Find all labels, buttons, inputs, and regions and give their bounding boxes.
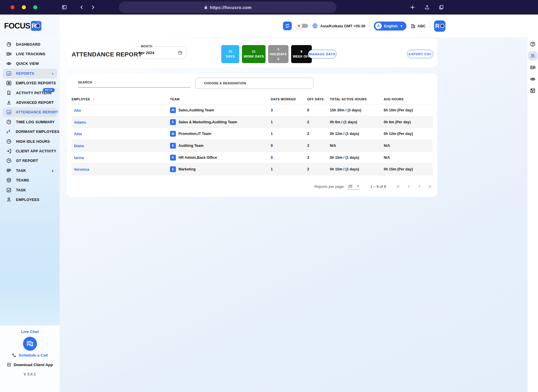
download-client-app-link[interactable]: Download Client App [0, 362, 60, 367]
table-row[interactable]: Adams ESales & Marketting,Auditing Team … [72, 116, 433, 128]
previous-page-button[interactable] [405, 183, 412, 190]
svg-text:z: z [7, 131, 8, 134]
sidebar-item-teams[interactable]: TEAMS › [3, 175, 57, 185]
sidebar-item-activity-pattern[interactable]: ACTIVITY PATTERN BETA › [3, 88, 57, 98]
sort-ascending-icon: ↑ [93, 97, 95, 101]
organization-selector[interactable]: ABC [410, 23, 426, 28]
svg-text:Z: Z [8, 129, 10, 132]
role-badge: E [170, 119, 176, 125]
videocam-icon [530, 65, 536, 70]
sidebar-item-task[interactable]: TASK › [3, 185, 57, 195]
address-bar[interactable]: https://focusro.com [119, 1, 337, 13]
download-app-icon [7, 362, 11, 367]
schedule-call-label: Schedule a Call [19, 353, 48, 357]
sidebar-item-quick-view[interactable]: QUICK VIEW › [3, 59, 57, 69]
stat-card-21-work-days: 21WORK DAYS [242, 45, 266, 63]
share-icon[interactable] [423, 3, 431, 12]
column-team[interactable]: TEAM [170, 97, 271, 101]
timezone-display[interactable]: Asia/Kolkata GMT +05:30 [312, 23, 365, 29]
stat-card-30-days: 30DAYS [221, 45, 239, 63]
off-days-cell: 2 [307, 120, 330, 124]
app-logo[interactable]: FOCUS R [4, 21, 41, 31]
employee-link[interactable]: Adams [74, 120, 86, 124]
app-header: Asia/Kolkata GMT +05:30 A English ▼ ABC … [60, 15, 538, 37]
rail-people-button[interactable] [528, 51, 537, 60]
refresh-button[interactable] [283, 22, 292, 30]
employee-link[interactable]: farina [74, 156, 84, 160]
live-chat-button[interactable] [23, 337, 37, 351]
zz-icon: zZ [6, 129, 12, 135]
next-page-button[interactable] [416, 183, 423, 190]
new-tab-icon[interactable] [408, 3, 417, 12]
search-label: SEARCH [78, 81, 190, 84]
month-picker[interactable]: MONTH Apr 2024 [134, 47, 186, 59]
sidebar-item-dashboard[interactable]: DASHBOARD › [3, 40, 57, 49]
sidebar-item-dormant-employees[interactable]: zZ DORMANT EMPLOYEES › [3, 127, 57, 137]
role-badge: E [170, 155, 176, 161]
column-employee[interactable]: EMPLOYEE↑ [72, 97, 170, 101]
sidebar-item-reports[interactable]: REPORTS › [3, 69, 57, 78]
schedule-call-link[interactable]: Schedule a Call [0, 353, 60, 357]
employee-link[interactable]: Aba [74, 108, 81, 113]
report-table-card: SEARCH CHOOSE A DESIGNATION EMPLOYEE↑ TE… [67, 74, 437, 197]
sidebar-item-attendance-report[interactable]: ATTENDANCE REPORT › [3, 108, 57, 117]
sidebar-item-advanced-report[interactable]: ADVANCED REPORT › [3, 98, 57, 107]
table-row[interactable]: farina EHR Admin,Back Office 0 3 0h 15m … [72, 152, 433, 164]
sidebar-item-high-idle-hours[interactable]: HIGH IDLE HOURS › [3, 137, 57, 146]
column-avg-hours[interactable]: AVG HOURS [384, 97, 433, 101]
off-days-cell: 3 [307, 156, 330, 160]
last-page-button[interactable] [426, 183, 433, 190]
stat-line: 30 [229, 49, 232, 54]
rail-videocam-button[interactable] [528, 63, 537, 72]
chat-bubbles-icon [26, 340, 34, 348]
back-button[interactable] [77, 3, 86, 12]
minimize-window-button[interactable] [22, 5, 26, 9]
chevron-right-icon: › [52, 168, 54, 173]
table-row[interactable]: Alita MPromotion,IT Team 1 2 0h 12m / (1… [72, 128, 433, 140]
download-icon [6, 100, 12, 106]
theme-toggle[interactable] [296, 23, 308, 29]
forward-button[interactable] [89, 3, 97, 12]
maximize-window-button[interactable] [33, 5, 37, 9]
designation-select[interactable]: CHOOSE A DESIGNATION [195, 78, 314, 89]
copy-tabs-icon[interactable] [437, 3, 446, 12]
per-page-select[interactable]: 25 ▼ [347, 183, 360, 190]
sidebar-item-ot-report[interactable]: OT REPORT › [3, 156, 57, 166]
team-cell: Sales,Auditing Team [178, 108, 214, 112]
employee-link[interactable]: Diana [74, 144, 84, 148]
column-days-worked[interactable]: DAYS WORKED [271, 97, 307, 101]
sidebar-panel-icon[interactable] [60, 3, 69, 12]
search-input[interactable]: SEARCH [78, 79, 190, 88]
stat-line: DAYS [226, 54, 235, 59]
sidebar-item-employees[interactable]: EMPLOYEES › [3, 195, 57, 203]
rail-help-button[interactable] [528, 40, 537, 49]
sidebar-item-task[interactable]: TASK › [3, 166, 57, 175]
export-csv-button[interactable]: EXPORT CSV [407, 50, 433, 58]
sidebar-item-label: TASK [16, 188, 26, 192]
table-header-row: EMPLOYEE↑ TEAM DAYS WORKED OFF DAYS TOTA… [72, 94, 433, 104]
manage-days-button[interactable]: MANAGE DAYS [308, 50, 337, 58]
table-row[interactable]: Veronica EMarketing 1 2 0h 15m / (1 days… [72, 163, 433, 175]
language-selector[interactable]: A English ▼ [374, 22, 406, 31]
first-page-button[interactable] [395, 183, 402, 190]
live-chat-link[interactable]: Live Chat [0, 329, 60, 334]
sidebar-item-label: EMPLOYEE REPORTS [16, 81, 56, 85]
employee-link[interactable]: Alita [74, 132, 82, 136]
avatar[interactable]: R [434, 20, 445, 32]
rail-eye-button[interactable] [528, 74, 537, 84]
rail-doc-button[interactable] [528, 86, 537, 95]
column-off-days[interactable]: OFF DAYS [307, 97, 330, 101]
sidebar-item-client-app-activity[interactable]: CLIENT APP ACTIVITY › [3, 146, 57, 156]
column-total-active-hours[interactable]: TOTAL ACTIVE HOURS [330, 97, 384, 101]
sidebar-item-employee-reports[interactable]: EMPLOYEE REPORTS › [3, 79, 57, 88]
table-row[interactable]: Diana EAuditing Team 0 3 N/A N/A [72, 140, 433, 152]
close-window-button[interactable] [10, 5, 15, 9]
sidebar-item-time-log-summary[interactable]: TIME LOG SUMMARY › [3, 117, 57, 127]
days-worked-cell: 1 [271, 167, 307, 171]
employee-link[interactable]: Veronica [74, 168, 89, 172]
stat-card-1-holidays-3: 1HOLIDAYS3 [268, 45, 288, 63]
table-row[interactable]: Aba MSales,Auditing Team 3 0 15h 30m / (… [72, 104, 433, 116]
sidebar-item-live-tracking[interactable]: LIVE TRACKING › [3, 49, 57, 59]
people-icon [530, 53, 536, 59]
calendar-icon[interactable] [178, 50, 183, 56]
